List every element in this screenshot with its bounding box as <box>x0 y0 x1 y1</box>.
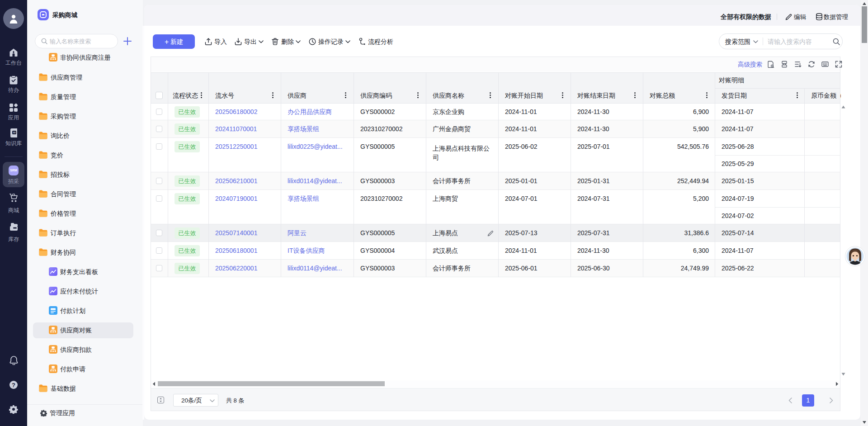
svg-text:AI: AI <box>13 131 15 134</box>
svg-text:?: ? <box>12 382 15 388</box>
